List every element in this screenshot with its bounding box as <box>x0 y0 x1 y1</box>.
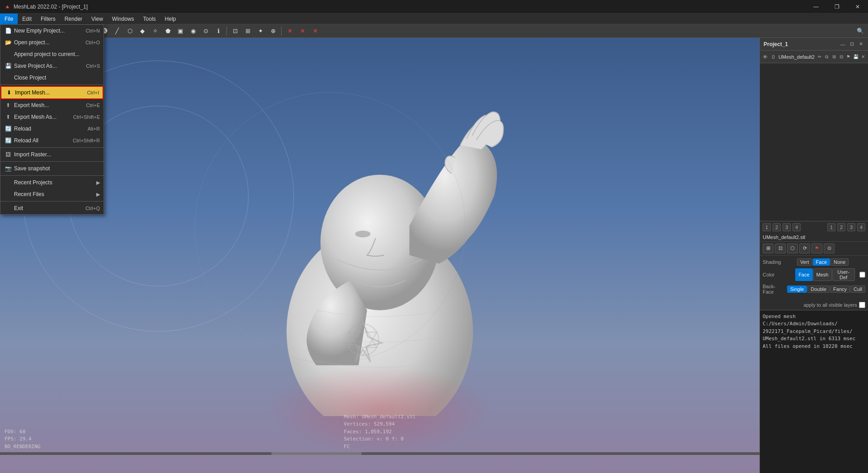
panel-minimize-btn[interactable]: — <box>839 41 846 48</box>
menu-export-mesh[interactable]: ⬆ Export Mesh... Ctrl+E <box>0 99 104 111</box>
mesh-info: Mesh: UMesh_default2.stl Vertices: 529,5… <box>344 413 416 451</box>
toolbar-t6[interactable]: ⬟ <box>162 26 174 37</box>
toolbar-t8[interactable]: ◉ <box>187 26 199 37</box>
scrollbar-thumb[interactable] <box>271 452 362 455</box>
menu-help[interactable]: Help <box>160 14 181 24</box>
menu-sep-2 <box>0 147 104 148</box>
toolbar-search[interactable]: 🔍 <box>854 26 866 37</box>
toolbar-t12[interactable]: ⊞ <box>242 26 254 37</box>
toolbar-t15[interactable]: ✕ <box>284 26 296 37</box>
toolbar-t3[interactable]: ⬡ <box>124 26 136 37</box>
minimize-button[interactable]: — <box>806 0 826 14</box>
menu-file[interactable]: File <box>0 14 18 24</box>
toolbar-t10[interactable]: ℹ <box>212 26 224 37</box>
layer-grid-btn[interactable]: ⊞ <box>831 54 837 60</box>
toolbar-t11[interactable]: ⊡ <box>229 26 241 37</box>
num-tab-4[interactable]: 4 <box>793 223 801 231</box>
prop-btn-1[interactable]: ⊞ <box>763 244 774 253</box>
backface-single-btn[interactable]: Single <box>787 286 807 293</box>
menu-reload[interactable]: 🔄 Reload Alt+R <box>0 123 104 135</box>
shading-none-btn[interactable]: None <box>830 258 849 266</box>
layer-layers-btn[interactable]: ⊟ <box>838 54 844 60</box>
toolbar-t13[interactable]: ✦ <box>255 26 266 37</box>
menu-export-mesh-as[interactable]: ⬆ Export Mesh As... Ctrl+Shift+E <box>0 111 104 123</box>
menu-save-snapshot[interactable]: 📷 Save snapshot <box>0 163 104 174</box>
toolbar-t2[interactable]: ╱ <box>111 26 123 37</box>
shading-vert-btn[interactable]: Vert <box>797 258 812 266</box>
layer-flag-btn[interactable]: ⚑ <box>845 54 852 60</box>
prop-btn-6[interactable]: ⊙ <box>824 244 835 253</box>
menu-recent-projects[interactable]: Recent Projects ▶ <box>0 177 104 188</box>
menu-import-mesh[interactable]: ⬇ Import Mesh... Ctrl+I <box>0 86 104 99</box>
layer-visibility-icon[interactable]: 👁 <box>762 53 768 61</box>
apply-all-checkbox[interactable] <box>859 302 865 308</box>
menu-close-project[interactable]: Close Project <box>0 72 104 84</box>
viewport-scrollbar[interactable] <box>0 452 760 455</box>
toolbar-t9[interactable]: ⊙ <box>200 26 212 37</box>
reload-all-label: Reload All <box>14 137 73 144</box>
layer-actions: ✏ ⧉ ⊞ ⊟ ⚑ 💾 ✕ <box>816 54 866 60</box>
menu-tools[interactable]: Tools <box>139 14 160 24</box>
color-userdef-btn[interactable]: User-Def <box>832 268 855 281</box>
shading-face-btn[interactable]: Face <box>813 258 830 266</box>
menu-recent-files[interactable]: Recent Files ▶ <box>0 188 104 200</box>
panel-title: Project_1 <box>764 41 788 47</box>
prop-btn-5[interactable]: ⚑ <box>811 244 822 253</box>
menu-save-project-as[interactable]: 💾 Save Project As... Ctrl+S <box>0 60 104 72</box>
mesh-name: Mesh: UMesh_default2.stl <box>344 413 416 421</box>
menu-import-raster[interactable]: 🖼 Import Raster... <box>0 149 104 160</box>
num-tab-r3[interactable]: 3 <box>847 223 855 231</box>
viewport[interactable]: FOV: 60 FPS: 29.4 BO_RENDERING Mesh: UMe… <box>0 38 760 473</box>
toolbar-t5[interactable]: ✧ <box>149 26 161 37</box>
num-tab-r4[interactable]: 4 <box>857 223 865 231</box>
color-row: Color Face Mesh User-Def <box>763 268 865 281</box>
num-tab-3[interactable]: 3 <box>783 223 791 231</box>
reload-all-icon: 🔄 <box>4 136 12 145</box>
color-face-btn[interactable]: Face <box>795 268 812 281</box>
maximize-button[interactable]: ❐ <box>826 0 847 14</box>
color-checkbox[interactable] <box>859 272 865 278</box>
mesh-filename: UMesh_default2.stl <box>760 233 868 241</box>
backface-fancy-btn[interactable]: Fancy <box>830 286 850 293</box>
num-tab-r1[interactable]: 1 <box>827 223 835 231</box>
menu-windows[interactable]: Windows <box>108 14 139 24</box>
menu-view[interactable]: View <box>87 14 108 24</box>
menu-new-empty-project[interactable]: 📄 New Empty Project... Ctrl+N <box>0 25 104 37</box>
toolbar-t7[interactable]: ▣ <box>175 26 186 37</box>
menu-open-project[interactable]: 📂 Open project... Ctrl+O <box>0 37 104 48</box>
prop-btn-3[interactable]: ⬡ <box>787 244 798 253</box>
num-tab-r2[interactable]: 2 <box>837 223 845 231</box>
toolbar-t17[interactable]: ✕ <box>309 26 321 37</box>
layer-edit-btn[interactable]: ✏ <box>816 54 823 60</box>
prop-toolbar: ⊞ ⊡ ⬡ ⟳ ⚑ ⊙ <box>760 241 868 256</box>
menu-filters[interactable]: Filters <box>36 14 60 24</box>
layer-close-btn[interactable]: ✕ <box>860 54 866 60</box>
panel-float-btn[interactable]: ⊡ <box>848 41 855 48</box>
menu-append-project[interactable]: Append project to current... <box>0 48 104 60</box>
close-button[interactable]: ✕ <box>847 0 868 14</box>
recent-files-icon <box>4 190 12 198</box>
num-tabs: 1 2 3 4 1 2 3 4 <box>760 221 868 233</box>
menu-render[interactable]: Render <box>60 14 87 24</box>
menu-edit[interactable]: Edit <box>18 14 36 24</box>
backface-row: Back-Face Single Double Fancy Cull <box>763 284 865 295</box>
toolbar-t14[interactable]: ⊕ <box>267 26 279 37</box>
color-mesh-btn[interactable]: Mesh <box>813 268 832 281</box>
shading-btn-group: Vert Face None <box>797 258 849 266</box>
layer-copy-btn[interactable]: ⧉ <box>824 54 830 60</box>
prop-btn-2[interactable]: ⊡ <box>775 244 786 253</box>
menu-exit[interactable]: Exit Ctrl+Q <box>0 202 104 214</box>
titlebar-title: MeshLab 2022.02 - [Project_1] <box>14 4 88 10</box>
num-tab-1[interactable]: 1 <box>763 223 771 231</box>
right-panel: Project_1 — ⊡ ✕ 👁 0 UMesh_default2 ✏ ⧉ ⊞… <box>760 38 868 473</box>
toolbar-t16[interactable]: ✕ <box>297 26 308 37</box>
toolbar-t4[interactable]: ◆ <box>137 26 148 37</box>
backface-cull-btn[interactable]: Cull <box>850 286 865 293</box>
panel-close-btn[interactable]: ✕ <box>857 41 864 48</box>
layer-save-btn[interactable]: 💾 <box>853 54 859 60</box>
prop-btn-4[interactable]: ⟳ <box>799 244 810 253</box>
backface-double-btn[interactable]: Double <box>807 286 830 293</box>
menu-reload-all[interactable]: 🔄 Reload All Ctrl+Shift+R <box>0 135 104 146</box>
model-container <box>0 38 760 455</box>
num-tab-2[interactable]: 2 <box>773 223 781 231</box>
